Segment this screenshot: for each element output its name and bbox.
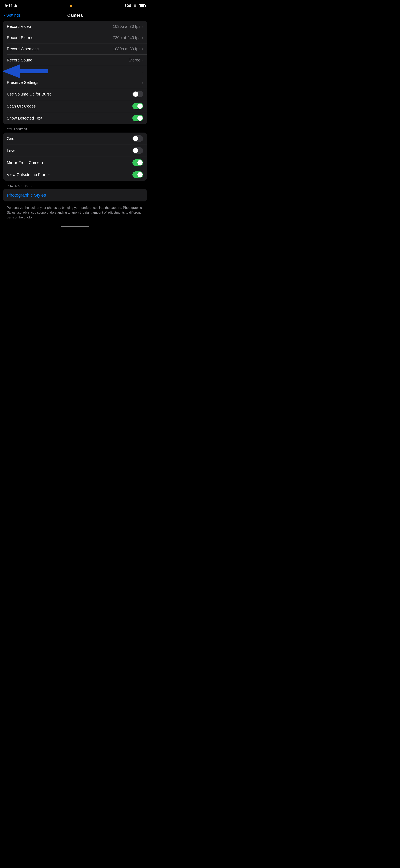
grid-label: Grid	[7, 136, 132, 141]
chevron-right-icon: ›	[142, 69, 143, 73]
preserve-settings-row[interactable]: Preserve Settings ›	[3, 77, 147, 88]
battery-fill	[140, 5, 144, 7]
status-bar: 9:11 SOS	[0, 0, 150, 11]
svg-point-0	[15, 4, 16, 6]
photo-capture-container: Photographic Styles	[0, 189, 150, 202]
record-slomo-value: 720p at 240 fps	[113, 35, 140, 40]
sos-label: SOS	[124, 4, 131, 8]
battery-icon	[139, 4, 145, 7]
toggle-knob	[137, 160, 143, 165]
photo-capture-section-label: PHOTO CAPTURE	[0, 182, 150, 189]
record-sound-label: Record Sound	[7, 58, 129, 62]
formats-row[interactable]: Formats ›	[3, 66, 147, 77]
photo-capture-settings-group: Photographic Styles	[3, 189, 147, 202]
record-sound-row[interactable]: Record Sound Stereo ›	[3, 55, 147, 66]
show-detected-text-toggle[interactable]	[132, 115, 143, 121]
back-label[interactable]: Settings	[6, 13, 21, 18]
record-video-label: Record Video	[7, 24, 113, 29]
show-detected-text-label: Show Detected Text	[7, 116, 132, 121]
home-bar	[61, 226, 89, 227]
composition-section: COMPOSITION Grid Level Mirror Front Came…	[0, 126, 150, 181]
scan-qr-label: Scan QR Codes	[7, 104, 132, 108]
scan-qr-row: Scan QR Codes	[3, 100, 147, 112]
composition-section-label: COMPOSITION	[0, 126, 150, 132]
nav-header: ‹ Settings Camera	[0, 11, 150, 21]
photographic-styles-label[interactable]: Photographic Styles	[7, 193, 46, 198]
photographic-styles-row[interactable]: Photographic Styles	[3, 189, 147, 202]
toggle-knob	[137, 116, 143, 121]
record-cinematic-value: 1080p at 30 fps	[113, 46, 140, 51]
chevron-right-icon: ›	[142, 47, 143, 51]
video-section: Record Video 1080p at 30 fps › Record Sl…	[0, 21, 150, 124]
chevron-right-icon: ›	[142, 24, 143, 29]
status-time: 9:11	[5, 4, 18, 8]
record-sound-value: Stereo	[129, 58, 140, 62]
view-outside-frame-label: View Outside the Frame	[7, 173, 132, 177]
level-label: Level	[7, 148, 132, 153]
person-icon	[14, 4, 18, 8]
composition-container: Grid Level Mirror Front Camera	[0, 132, 150, 181]
record-video-value: 1080p at 30 fps	[113, 24, 140, 29]
photo-capture-section: PHOTO CAPTURE Photographic Styles Person…	[0, 182, 150, 224]
toggle-knob	[133, 136, 138, 141]
record-slomo-row[interactable]: Record Slo-mo 720p at 240 fps ›	[3, 32, 147, 43]
formats-label: Formats	[7, 69, 142, 74]
view-outside-frame-toggle[interactable]	[132, 172, 143, 178]
chevron-right-icon: ›	[142, 36, 143, 40]
grid-toggle[interactable]	[132, 135, 143, 142]
chevron-right-icon: ›	[142, 81, 143, 85]
preserve-settings-label: Preserve Settings	[7, 80, 142, 85]
mirror-front-camera-toggle[interactable]	[132, 159, 143, 166]
status-dot	[70, 5, 72, 7]
toggle-knob	[133, 92, 138, 97]
page-title: Camera	[67, 13, 82, 18]
wifi-icon	[133, 4, 137, 7]
chevron-right-icon: ›	[142, 58, 143, 62]
back-chevron-icon: ‹	[4, 13, 5, 18]
video-settings-group: Record Video 1080p at 30 fps › Record Sl…	[3, 21, 147, 124]
record-cinematic-label: Record Cinematic	[7, 46, 113, 51]
photographic-styles-description: Personalize the look of your photos by b…	[0, 203, 150, 224]
home-indicator	[0, 224, 150, 229]
status-center	[70, 5, 72, 7]
record-cinematic-row[interactable]: Record Cinematic 1080p at 30 fps ›	[3, 43, 147, 55]
volume-burst-row: Use Volume Up for Burst	[3, 88, 147, 100]
toggle-knob	[137, 172, 143, 177]
back-button[interactable]: ‹ Settings	[4, 13, 21, 18]
volume-burst-label: Use Volume Up for Burst	[7, 92, 132, 96]
mirror-front-camera-label: Mirror Front Camera	[7, 160, 132, 165]
record-slomo-label: Record Slo-mo	[7, 35, 113, 40]
status-right: SOS	[124, 4, 145, 8]
toggle-knob	[137, 103, 143, 109]
level-row: Level	[3, 145, 147, 157]
mirror-front-camera-row: Mirror Front Camera	[3, 157, 147, 168]
volume-burst-toggle[interactable]	[132, 91, 143, 97]
view-outside-frame-row: View Outside the Frame	[3, 168, 147, 181]
show-detected-text-row: Show Detected Text	[3, 112, 147, 124]
toggle-knob	[133, 148, 138, 153]
record-video-row[interactable]: Record Video 1080p at 30 fps ›	[3, 21, 147, 32]
grid-row: Grid	[3, 132, 147, 145]
level-toggle[interactable]	[132, 147, 143, 154]
composition-settings-group: Grid Level Mirror Front Camera	[3, 132, 147, 181]
scan-qr-toggle[interactable]	[132, 103, 143, 109]
